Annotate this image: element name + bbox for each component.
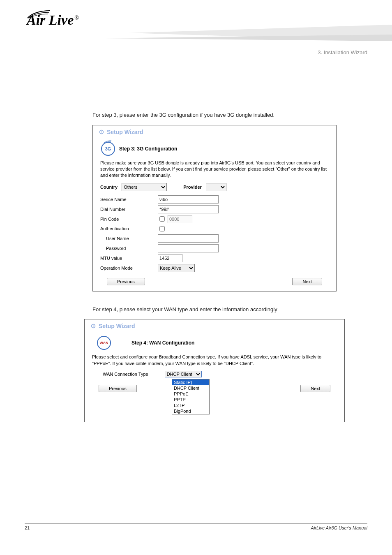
wan-connection-type-label: WAN Connection Type — [103, 372, 148, 377]
chapter-indicator: 3. Installation Wizard — [318, 49, 367, 56]
wizard-step4-title: Setup Wizard — [99, 323, 135, 329]
page-number: 21 — [25, 525, 30, 530]
step4-badge-icon: WAN — [97, 336, 111, 350]
chapter-line: 3. Installation Wizard — [318, 49, 367, 56]
footer-product-name: AirLive Air3G User's Manual — [311, 525, 367, 530]
wizard-step3-header: Setup Wizard — [99, 129, 330, 135]
password-label: Password — [100, 246, 158, 251]
step4-intro-text: For step 4, please select your WAN type … — [92, 305, 345, 314]
step3-description: Please make sure your 3G USB dongle is a… — [100, 160, 330, 179]
authentication-checkbox[interactable] — [159, 226, 165, 231]
mtu-input[interactable] — [158, 254, 182, 262]
wizard-step4-header: Setup Wizard — [90, 323, 339, 329]
step4-description: Please select and configure your Broadba… — [92, 354, 339, 367]
user-name-input[interactable] — [158, 234, 219, 243]
password-input[interactable] — [158, 244, 219, 252]
svg-point-3 — [101, 131, 102, 132]
country-select[interactable]: Others — [122, 183, 167, 191]
wan-option-l2tp[interactable]: L2TP — [172, 402, 209, 408]
previous-button[interactable]: Previous — [99, 385, 137, 392]
wan-option-bigpond[interactable]: BigPond — [172, 408, 209, 414]
gear-icon — [99, 129, 104, 135]
svg-point-5 — [93, 326, 94, 327]
provider-select[interactable] — [206, 183, 226, 191]
operation-mode-label: Operation Mode — [100, 266, 158, 271]
header-decor — [0, 25, 392, 41]
wan-option-pptp[interactable]: PPTP — [172, 397, 209, 402]
step4-title: Step 4: WAN Configuration — [131, 340, 194, 346]
service-name-input[interactable] — [158, 195, 219, 204]
pin-code-input[interactable] — [168, 215, 192, 223]
wizard-step3-panel: Setup Wizard 3G Step 3: 3G Configuration… — [92, 125, 337, 291]
provider-label: Provider — [183, 185, 202, 190]
logo-swoosh-icon — [27, 10, 51, 19]
authentication-label: Authentication — [100, 226, 158, 231]
mtu-label: MTU value — [100, 256, 158, 261]
next-button[interactable]: Next — [292, 278, 322, 285]
step3-intro-text: For step 3, please enter the 3G configur… — [92, 111, 345, 119]
previous-button[interactable]: Previous — [107, 278, 145, 285]
service-name-label: Serice Name — [100, 197, 158, 202]
step3-badge-icon: 3G — [101, 142, 115, 156]
wizard-step3-title: Setup Wizard — [107, 129, 143, 135]
wan-connection-type-select[interactable]: DHCP Client — [165, 371, 202, 377]
next-button[interactable]: Next — [300, 385, 330, 392]
operation-mode-select[interactable]: Keep Alive — [158, 264, 195, 272]
wizard-step4-panel: Setup Wizard WAN Step 4: WAN Configurati… — [84, 319, 345, 422]
pin-code-checkbox[interactable] — [159, 216, 165, 222]
gear-icon — [90, 323, 96, 329]
dial-number-input[interactable] — [158, 205, 219, 213]
dial-number-label: Dial Number — [100, 207, 158, 212]
pin-code-label: Pin Code — [100, 217, 158, 222]
page-footer: 21 AirLive Air3G User's Manual — [25, 523, 367, 530]
user-name-label: User Name — [100, 236, 158, 241]
step3-title: Step 3: 3G Configuration — [119, 146, 177, 152]
wan-option-static-ip[interactable]: Static IP) — [172, 379, 209, 385]
country-label: Country — [100, 185, 118, 190]
wan-connection-type-dropdown[interactable]: Static IP) DHCP Client PPPoE PPTP L2TP B… — [172, 379, 210, 414]
wan-option-pppoe[interactable]: PPPoE — [172, 391, 209, 397]
wan-option-dhcp-client[interactable]: DHCP Client — [172, 385, 209, 391]
